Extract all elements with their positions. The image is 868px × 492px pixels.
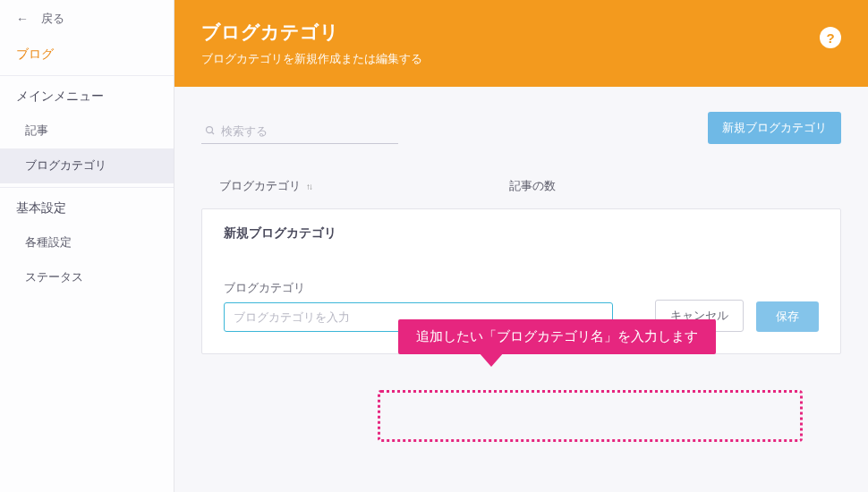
sidebar-item-blog-category[interactable]: ブログカテゴリ [0,148,174,183]
svg-line-1 [212,132,215,135]
save-button[interactable]: 保存 [756,301,819,332]
sidebar-item-settings[interactable]: 各種設定 [0,225,174,260]
card-title: 新規ブログカテゴリ [224,225,819,242]
content: 新規ブログカテゴリ ブログカテゴリ ↑↓ 記事の数 新規ブログカテゴリ ブログカ… [174,87,868,379]
sidebar-item-status[interactable]: ステータス [0,260,174,295]
annotation-highlight-box [378,390,803,442]
col-header-count[interactable]: 記事の数 [509,178,823,194]
search-icon [205,125,216,139]
col-name-label: ブログカテゴリ [219,178,301,194]
col-header-name[interactable]: ブログカテゴリ ↑↓ [219,178,509,194]
sidebar: ← 戻る ブログ メインメニュー 記事 ブログカテゴリ 基本設定 各種設定 ステ… [0,0,174,492]
page-title: ブログカテゴリ [201,20,841,45]
sidebar-top-label[interactable]: ブログ [0,34,174,72]
search-field-wrap [201,121,398,144]
back-link[interactable]: ← 戻る [0,0,174,34]
main-area: ブログカテゴリ ブログカテゴリを新規作成または編集する ? 新規ブログカテゴリ … [174,0,868,492]
page-header: ブログカテゴリ ブログカテゴリを新規作成または編集する ? [174,0,868,87]
sidebar-item-articles[interactable]: 記事 [0,114,174,148]
table-header: ブログカテゴリ ↑↓ 記事の数 [201,144,841,203]
sidebar-section-mainmenu: メインメニュー [0,76,174,114]
svg-point-0 [207,127,213,133]
back-label: 戻る [41,11,64,27]
new-category-button[interactable]: 新規ブログカテゴリ [708,112,841,144]
cancel-button[interactable]: キャンセル [655,300,744,332]
sort-icon: ↑↓ [306,182,311,191]
help-icon[interactable]: ? [820,27,841,48]
page-subtitle: ブログカテゴリを新規作成または編集する [201,52,841,67]
new-category-card: 新規ブログカテゴリ ブログカテゴリ キャンセル 保存 [201,208,841,354]
back-arrow-icon: ← [16,12,29,26]
category-name-input[interactable] [224,302,613,332]
search-input[interactable] [201,121,398,144]
field-label: ブログカテゴリ [224,281,819,296]
sidebar-section-basic: 基本設定 [0,188,174,225]
